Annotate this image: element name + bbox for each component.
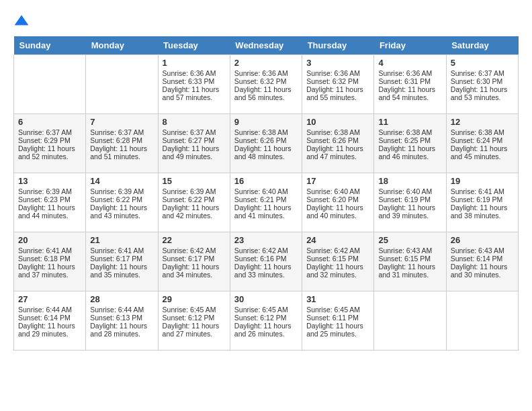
calendar-cell: 23Sunrise: 6:42 AMSunset: 6:16 PMDayligh… bbox=[230, 232, 302, 291]
calendar-cell: 15Sunrise: 6:39 AMSunset: 6:22 PMDayligh… bbox=[158, 173, 230, 232]
day-number: 10 bbox=[306, 117, 369, 127]
sunset-text: Sunset: 6:30 PM bbox=[451, 77, 503, 85]
day-number: 11 bbox=[378, 117, 441, 127]
daylight-text: Daylight: 11 hours and 40 minutes. bbox=[306, 203, 363, 220]
daylight-text: Daylight: 11 hours and 33 minutes. bbox=[234, 263, 292, 279]
sunrise-text: Sunrise: 6:43 AM bbox=[378, 246, 432, 255]
daylight-text: Daylight: 11 hours and 39 minutes. bbox=[378, 203, 435, 220]
sunrise-text: Sunrise: 6:37 AM bbox=[18, 128, 72, 136]
calendar-cell: 3Sunrise: 6:36 AMSunset: 6:32 PMDaylight… bbox=[302, 55, 374, 114]
sunset-text: Sunset: 6:15 PM bbox=[306, 255, 359, 263]
header-row: SundayMondayTuesdayWednesdayThursdayFrid… bbox=[14, 36, 519, 55]
calendar-week-1: 1Sunrise: 6:36 AMSunset: 6:33 PMDaylight… bbox=[14, 55, 519, 114]
logo bbox=[13, 13, 32, 30]
calendar-cell bbox=[374, 291, 446, 351]
sunset-text: Sunset: 6:18 PM bbox=[18, 255, 71, 263]
column-header-tuesday: Tuesday bbox=[158, 36, 230, 55]
day-number: 2 bbox=[234, 58, 298, 68]
sunrise-text: Sunrise: 6:45 AM bbox=[234, 306, 288, 314]
calendar-cell: 12Sunrise: 6:38 AMSunset: 6:24 PMDayligh… bbox=[446, 114, 518, 173]
day-number: 19 bbox=[451, 176, 514, 186]
daylight-text: Daylight: 11 hours and 54 minutes. bbox=[378, 85, 435, 101]
day-number: 18 bbox=[378, 176, 441, 186]
sunset-text: Sunset: 6:16 PM bbox=[234, 255, 287, 263]
sunrise-text: Sunrise: 6:42 AM bbox=[163, 246, 216, 255]
daylight-text: Daylight: 11 hours and 29 minutes. bbox=[18, 322, 75, 338]
sunrise-text: Sunrise: 6:42 AM bbox=[234, 246, 288, 255]
calendar-cell: 22Sunrise: 6:42 AMSunset: 6:17 PMDayligh… bbox=[158, 232, 230, 291]
sunset-text: Sunset: 6:20 PM bbox=[306, 195, 359, 203]
calendar-cell: 6Sunrise: 6:37 AMSunset: 6:29 PMDaylight… bbox=[14, 114, 86, 173]
day-number: 8 bbox=[163, 117, 226, 127]
day-number: 13 bbox=[18, 176, 81, 186]
column-header-monday: Monday bbox=[86, 36, 158, 55]
sunrise-text: Sunrise: 6:36 AM bbox=[306, 69, 360, 77]
sunset-text: Sunset: 6:11 PM bbox=[306, 314, 359, 322]
calendar-cell: 5Sunrise: 6:37 AMSunset: 6:30 PMDaylight… bbox=[446, 55, 518, 114]
column-header-friday: Friday bbox=[374, 36, 446, 55]
sunset-text: Sunset: 6:17 PM bbox=[90, 255, 142, 263]
daylight-text: Daylight: 11 hours and 53 minutes. bbox=[451, 85, 508, 101]
calendar-week-3: 13Sunrise: 6:39 AMSunset: 6:23 PMDayligh… bbox=[14, 173, 519, 232]
calendar-table: SundayMondayTuesdayWednesdayThursdayFrid… bbox=[13, 36, 519, 351]
sunset-text: Sunset: 6:15 PM bbox=[378, 255, 431, 263]
daylight-text: Daylight: 11 hours and 31 minutes. bbox=[378, 263, 435, 279]
day-number: 24 bbox=[306, 235, 369, 245]
svg-marker-0 bbox=[15, 15, 29, 25]
daylight-text: Daylight: 11 hours and 55 minutes. bbox=[306, 85, 363, 101]
daylight-text: Daylight: 11 hours and 28 minutes. bbox=[90, 322, 147, 338]
sunset-text: Sunset: 6:28 PM bbox=[90, 136, 142, 144]
sunrise-text: Sunrise: 6:40 AM bbox=[306, 187, 360, 195]
calendar-body: 1Sunrise: 6:36 AMSunset: 6:33 PMDaylight… bbox=[14, 55, 519, 351]
daylight-text: Daylight: 11 hours and 37 minutes. bbox=[18, 263, 75, 279]
day-number: 20 bbox=[18, 235, 81, 245]
calendar-week-4: 20Sunrise: 6:41 AMSunset: 6:18 PMDayligh… bbox=[14, 232, 519, 291]
calendar-cell bbox=[446, 291, 518, 351]
day-number: 22 bbox=[163, 235, 226, 245]
day-number: 25 bbox=[378, 235, 441, 245]
calendar-cell bbox=[86, 55, 158, 114]
calendar-cell: 21Sunrise: 6:41 AMSunset: 6:17 PMDayligh… bbox=[86, 232, 158, 291]
sunrise-text: Sunrise: 6:39 AM bbox=[90, 187, 144, 195]
calendar-cell: 20Sunrise: 6:41 AMSunset: 6:18 PMDayligh… bbox=[14, 232, 86, 291]
daylight-text: Daylight: 11 hours and 48 minutes. bbox=[234, 144, 292, 161]
sunrise-text: Sunrise: 6:41 AM bbox=[90, 246, 144, 255]
day-number: 26 bbox=[451, 235, 514, 245]
day-number: 15 bbox=[163, 176, 226, 186]
calendar-cell: 18Sunrise: 6:40 AMSunset: 6:19 PMDayligh… bbox=[374, 173, 446, 232]
sunset-text: Sunset: 6:21 PM bbox=[234, 195, 287, 203]
calendar-cell: 30Sunrise: 6:45 AMSunset: 6:12 PMDayligh… bbox=[230, 291, 302, 351]
sunset-text: Sunset: 6:26 PM bbox=[306, 136, 359, 144]
day-number: 9 bbox=[234, 117, 298, 127]
calendar-cell: 31Sunrise: 6:45 AMSunset: 6:11 PMDayligh… bbox=[302, 291, 374, 351]
day-number: 14 bbox=[90, 176, 153, 186]
column-header-wednesday: Wednesday bbox=[230, 36, 302, 55]
sunset-text: Sunset: 6:31 PM bbox=[378, 77, 431, 85]
daylight-text: Daylight: 11 hours and 42 minutes. bbox=[163, 203, 220, 220]
sunset-text: Sunset: 6:14 PM bbox=[18, 314, 71, 322]
day-number: 1 bbox=[163, 58, 226, 68]
column-header-saturday: Saturday bbox=[446, 36, 518, 55]
day-number: 16 bbox=[234, 176, 298, 186]
day-number: 6 bbox=[18, 117, 81, 127]
sunrise-text: Sunrise: 6:44 AM bbox=[90, 306, 144, 314]
sunrise-text: Sunrise: 6:36 AM bbox=[234, 69, 288, 77]
calendar-cell: 13Sunrise: 6:39 AMSunset: 6:23 PMDayligh… bbox=[14, 173, 86, 232]
daylight-text: Daylight: 11 hours and 56 minutes. bbox=[234, 85, 292, 101]
sunset-text: Sunset: 6:32 PM bbox=[234, 77, 287, 85]
sunrise-text: Sunrise: 6:38 AM bbox=[234, 128, 288, 136]
calendar-header: SundayMondayTuesdayWednesdayThursdayFrid… bbox=[14, 36, 519, 55]
daylight-text: Daylight: 11 hours and 44 minutes. bbox=[18, 203, 75, 220]
sunrise-text: Sunrise: 6:37 AM bbox=[163, 128, 216, 136]
daylight-text: Daylight: 11 hours and 27 minutes. bbox=[163, 322, 220, 338]
sunrise-text: Sunrise: 6:37 AM bbox=[451, 69, 504, 77]
daylight-text: Daylight: 11 hours and 51 minutes. bbox=[90, 144, 147, 161]
sunset-text: Sunset: 6:22 PM bbox=[163, 195, 215, 203]
sunrise-text: Sunrise: 6:45 AM bbox=[163, 306, 216, 314]
daylight-text: Daylight: 11 hours and 43 minutes. bbox=[90, 203, 147, 220]
day-number: 30 bbox=[234, 294, 298, 304]
day-number: 12 bbox=[451, 117, 514, 127]
sunrise-text: Sunrise: 6:38 AM bbox=[451, 128, 504, 136]
daylight-text: Daylight: 11 hours and 52 minutes. bbox=[18, 144, 75, 161]
sunrise-text: Sunrise: 6:41 AM bbox=[18, 246, 72, 255]
